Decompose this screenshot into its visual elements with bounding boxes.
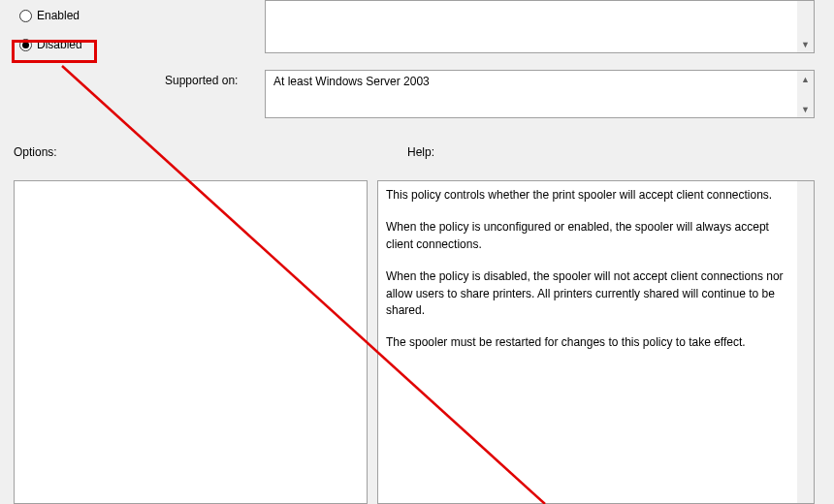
options-label: Options:	[14, 145, 57, 159]
options-panel	[14, 180, 368, 504]
supported-on-value: At least Windows Server 2003	[273, 75, 430, 88]
radio-icon	[19, 39, 32, 51]
radio-enabled[interactable]: Enabled	[19, 6, 82, 25]
radio-icon	[19, 10, 32, 22]
help-paragraph: This policy controls whether the print s…	[386, 187, 788, 204]
radio-disabled[interactable]: Disabled	[19, 35, 82, 54]
scroll-down-icon[interactable]: ▼	[797, 36, 814, 52]
scroll-up-icon[interactable]: ▲	[797, 71, 814, 87]
help-text: This policy controls whether the print s…	[386, 187, 788, 352]
scroll-down-icon[interactable]: ▼	[797, 101, 814, 117]
help-label: Help:	[407, 145, 434, 159]
comment-scrollbar[interactable]: ▼	[797, 1, 814, 52]
supported-on-textbox: At least Windows Server 2003 ▲ ▼	[265, 70, 815, 118]
radio-enabled-label: Enabled	[37, 9, 80, 22]
help-panel: This policy controls whether the print s…	[377, 180, 815, 504]
help-paragraph: When the policy is disabled, the spooler…	[386, 268, 788, 319]
dialog-content: Enabled Disabled ▼ Supported on: At leas…	[0, 0, 834, 504]
radio-group: Enabled Disabled	[19, 6, 82, 64]
supported-scrollbar[interactable]: ▲ ▼	[797, 71, 814, 117]
help-paragraph: The spooler must be restarted for change…	[386, 334, 788, 351]
help-scrollbar[interactable]	[797, 181, 814, 503]
supported-on-label: Supported on:	[165, 74, 238, 87]
comment-textbox[interactable]: ▼	[265, 0, 815, 53]
radio-disabled-label: Disabled	[37, 38, 82, 51]
help-paragraph: When the policy is unconfigured or enabl…	[386, 219, 788, 253]
